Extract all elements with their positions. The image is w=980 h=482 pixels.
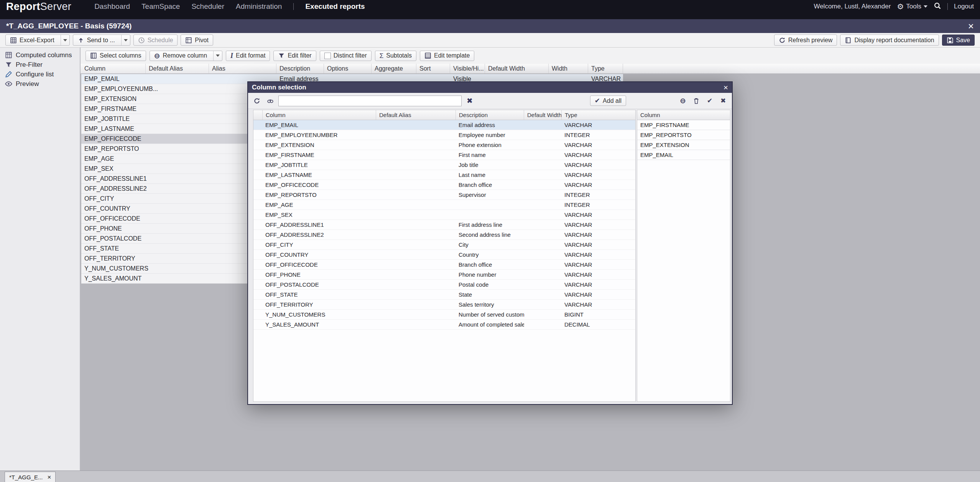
modal-column-header[interactable]: Type — [562, 110, 636, 120]
column-row[interactable]: OFF_ADDRESSLINE1First address lineVARCHA… — [253, 220, 635, 230]
column-row[interactable]: OFF_OFFICECODEBranch officeVARCHAR — [253, 260, 635, 270]
find-button[interactable] — [265, 96, 276, 106]
select-columns-button[interactable]: Select columns — [86, 51, 146, 61]
main-column-header[interactable]: Default Width — [485, 64, 549, 73]
column-row[interactable]: EMP_OFFICECODEBranch officeVARCHAR — [253, 180, 635, 190]
refresh-preview-button[interactable]: Refresh preview — [774, 35, 837, 46]
nav-dashboard[interactable]: Dashboard — [94, 2, 130, 11]
modal-column-header[interactable]: Default Alias — [376, 110, 456, 120]
tools-menu[interactable]: ⚙ Tools — [897, 2, 927, 11]
report-tab[interactable]: *T_AGG_E... × — [5, 472, 56, 482]
cell: EMP_FIRSTNAME — [263, 150, 376, 160]
send-to-dropdown[interactable] — [121, 35, 130, 45]
column-row[interactable]: EMP_EMAILEmail addressVARCHAR — [253, 120, 635, 130]
main-column-header[interactable]: Column — [81, 64, 146, 73]
display-documentation-button[interactable]: Display report documentation — [840, 35, 939, 46]
book-icon — [845, 37, 852, 44]
tab-close-icon[interactable]: × — [48, 474, 51, 480]
column-row[interactable]: EMP_SEXVARCHAR — [253, 210, 635, 220]
pivot-button[interactable]: Pivot — [181, 35, 213, 46]
confirm-button[interactable]: ✔ — [704, 96, 715, 106]
subtotals-button[interactable]: Σ Subtotals — [375, 51, 416, 61]
remove-icon: ⊖ — [154, 52, 160, 59]
sidebar-item-pre-filter[interactable]: Pre-Filter — [0, 60, 80, 69]
remove-column-button[interactable]: ⊖ Remove column — [150, 51, 223, 61]
add-all-button[interactable]: ✔ Add all — [590, 96, 626, 106]
clear-search-button[interactable]: ✖ — [464, 96, 475, 106]
main-column-header[interactable]: Description — [276, 64, 324, 73]
remove-column-dropdown[interactable] — [213, 51, 222, 61]
column-row[interactable]: OFF_TERRITORYSales territoryVARCHAR — [253, 300, 635, 310]
column-row[interactable]: OFF_ADDRESSLINE2Second address lineVARCH… — [253, 230, 635, 240]
cell — [253, 290, 263, 299]
nav-executed-reports[interactable]: Executed reports — [305, 2, 365, 11]
column-row[interactable]: EMP_AGEINTEGER — [253, 200, 635, 210]
selected-column-item[interactable]: EMP_EXTENSION — [637, 140, 730, 150]
cell: VARCHAR — [562, 120, 636, 130]
column-row[interactable]: OFF_COUNTRYCountryVARCHAR — [253, 250, 635, 260]
distinct-filter-toggle[interactable]: Distinct filter — [320, 51, 372, 61]
main-column-header[interactable]: Visible/Hi... — [450, 64, 485, 73]
topbar-divider — [947, 3, 948, 10]
refresh-button[interactable] — [252, 96, 262, 106]
main-column-header[interactable]: Options — [324, 64, 372, 73]
remove-selected-button[interactable]: ⊖ — [677, 96, 688, 106]
checkbox-icon[interactable] — [324, 53, 331, 59]
sidebar-item-configure-list[interactable]: Configure list — [0, 69, 80, 79]
sidebar-item-label: Pre-Filter — [16, 61, 43, 69]
logout-link[interactable]: Logout — [954, 3, 974, 10]
column-row[interactable]: OFF_STATEStateVARCHAR — [253, 290, 635, 300]
cell: Second address line — [456, 230, 524, 239]
sidebar-item-preview[interactable]: Preview — [0, 79, 80, 89]
cell — [376, 170, 456, 180]
cancel-button[interactable]: ✖ — [718, 96, 728, 106]
excel-export-button[interactable]: Excel-Export — [5, 35, 70, 46]
available-columns-grid: ColumnDefault AliasDescriptionDefault Wi… — [253, 110, 636, 402]
eye-icon — [5, 80, 12, 87]
main-column-header[interactable]: Sort — [416, 64, 450, 73]
sidebar-item-computed-columns[interactable]: Computed columns — [0, 50, 80, 60]
window-close-icon[interactable]: × — [968, 21, 974, 31]
cell: Supervisor — [456, 190, 524, 200]
edit-format-button[interactable]: I Edit format — [226, 51, 270, 61]
modal-column-header[interactable]: Column — [263, 110, 376, 120]
delete-button[interactable] — [691, 96, 702, 106]
modal-column-header[interactable] — [253, 110, 263, 120]
column-row[interactable]: EMP_EMPLOYEENUMBEREmployee numberINTEGER — [253, 130, 635, 140]
main-column-header[interactable]: Width — [549, 64, 588, 73]
column-row[interactable]: EMP_LASTNAMELast nameVARCHAR — [253, 170, 635, 180]
search-button[interactable] — [934, 2, 941, 12]
column-row[interactable]: OFF_POSTALCODEPostal codeVARCHAR — [253, 280, 635, 290]
column-row[interactable]: EMP_JOBTITLEJob titleVARCHAR — [253, 160, 635, 170]
selected-column-item[interactable]: EMP_REPORTSTO — [637, 130, 730, 140]
send-to-button[interactable]: Send to ... — [73, 35, 130, 46]
selected-column-item[interactable]: EMP_EMAIL — [637, 150, 730, 160]
main-column-header[interactable]: Alias — [209, 64, 276, 73]
main-column-header[interactable]: Type — [588, 64, 623, 73]
column-row[interactable]: EMP_FIRSTNAMEFirst nameVARCHAR — [253, 150, 635, 160]
main-column-header[interactable]: Default Alias — [146, 64, 209, 73]
column-row[interactable]: Y_NUM_CUSTOMERSNumber of served custom..… — [253, 310, 635, 320]
column-row[interactable]: OFF_PHONEPhone numberVARCHAR — [253, 270, 635, 280]
column-row[interactable]: EMP_REPORTSTOSupervisorINTEGER — [253, 190, 635, 200]
cell — [253, 250, 263, 259]
column-row[interactable]: Y_SALES_AMOUNTAmount of completed salesD… — [253, 320, 635, 330]
edit-template-button[interactable]: Edit template — [420, 51, 474, 61]
modal-column-header[interactable]: Description — [456, 110, 524, 120]
dialog-close-icon[interactable]: × — [723, 83, 728, 92]
selected-column-item[interactable]: EMP_FIRSTNAME — [637, 120, 730, 130]
excel-export-dropdown[interactable] — [61, 35, 69, 45]
nav-scheduler[interactable]: Scheduler — [191, 2, 224, 11]
panel-column-header[interactable]: Column — [637, 110, 730, 120]
cell: EMP_LASTNAME — [263, 170, 376, 180]
main-column-header[interactable]: Aggregate — [372, 64, 416, 73]
edit-filter-button[interactable]: Edit filter — [273, 51, 316, 61]
column-row[interactable]: OFF_CITYCityVARCHAR — [253, 240, 635, 250]
nav-administration[interactable]: Administration — [236, 2, 282, 11]
modal-column-header[interactable]: Default Width — [524, 110, 562, 120]
save-button[interactable]: Save — [942, 35, 975, 46]
column-row[interactable]: EMP_EXTENSIONPhone extensionVARCHAR — [253, 140, 635, 150]
column-search-input[interactable] — [278, 96, 462, 106]
nav-teamspace[interactable]: TeamSpace — [141, 2, 180, 11]
cell — [524, 190, 562, 200]
